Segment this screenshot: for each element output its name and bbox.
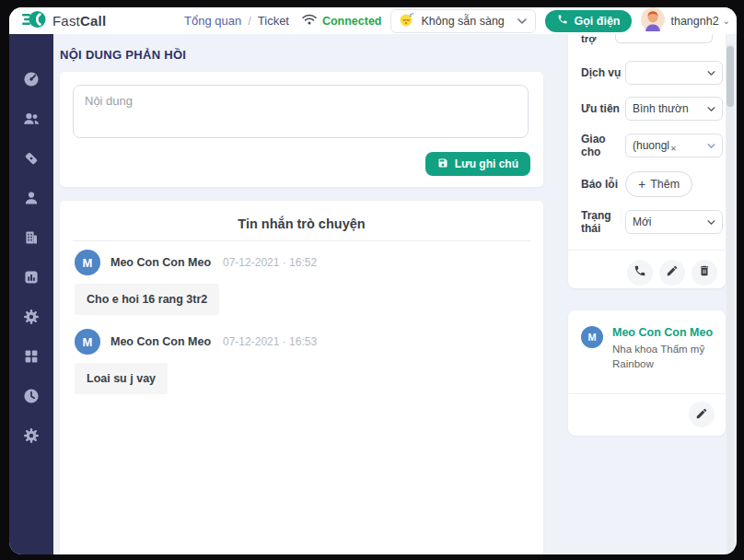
chevron-down-icon — [707, 71, 715, 76]
sidebar-item-history[interactable] — [23, 390, 40, 406]
add-error-button[interactable]: + Thêm — [625, 171, 692, 197]
form-row-priority: Ưu tiên Bình thườn — [581, 97, 713, 121]
chevron-down-icon — [707, 107, 715, 111]
form-row-assignee: Giao cho (huongl ✕ — [581, 133, 713, 159]
chevron-down-icon — [707, 220, 715, 225]
sidebar-item-settings[interactable] — [23, 310, 40, 327]
delete-icon — [698, 264, 711, 280]
report-icon — [23, 269, 40, 289]
call-contact-button[interactable] — [627, 260, 653, 286]
feedback-card: Lưu ghi chú — [60, 72, 543, 187]
breadcrumb-separator: / — [248, 14, 251, 28]
feedback-section-title: NỘI DUNG PHẢN HỒI — [60, 48, 186, 62]
sidebar-item-tickets[interactable] — [23, 152, 40, 169]
save-note-label: Lưu ghi chú — [455, 158, 518, 170]
chevron-down-icon — [707, 144, 715, 148]
chat-message: M Meo Con Con Meo 07-12-2021 · 16:52 Cho… — [60, 250, 543, 321]
sidebar-item-company[interactable] — [23, 231, 40, 248]
fastcall-logo-icon — [22, 9, 46, 33]
edit-ticket-button[interactable] — [659, 260, 685, 286]
fastcall-logo[interactable]: FastCall — [22, 7, 106, 34]
service-select[interactable] — [625, 61, 723, 85]
chevron-down-icon — [517, 18, 527, 24]
connection-status-label: Connected — [322, 15, 382, 28]
breadcrumb-parent[interactable]: Tổng quan — [184, 14, 241, 28]
contact-card-footer — [568, 393, 726, 435]
avatar: M — [75, 250, 100, 275]
field-label: Dịch vụ — [581, 66, 625, 79]
edit-icon — [666, 264, 679, 280]
breadcrumb-current: Ticket — [258, 14, 289, 28]
sidebar-item-customers[interactable] — [23, 192, 40, 208]
truncated-form-row: trợ — [581, 34, 713, 49]
contacts-icon — [23, 111, 40, 131]
agent-status-value: Không sẵn sàng — [421, 15, 504, 28]
edit-contact-button[interactable] — [689, 402, 715, 427]
field-label: Ưu tiên — [581, 102, 625, 115]
field-label: Giao cho — [581, 133, 625, 159]
avatar: M — [581, 326, 603, 348]
apps-icon — [23, 348, 40, 368]
call-button-label: Gọi điện — [574, 15, 620, 28]
chevron-down-icon: ⌄ — [723, 16, 730, 26]
company-icon — [23, 229, 40, 250]
save-note-button[interactable]: Lưu ghi chú — [425, 152, 530, 176]
user-menu[interactable]: thangnh2 ⌄ — [641, 7, 730, 35]
app-window: FastCall Tổng quan / Ticket Connected — [9, 7, 737, 554]
ticket-icon — [23, 150, 40, 170]
admin-settings-icon — [23, 427, 40, 448]
top-header: FastCall Tổng quan / Ticket Connected — [9, 7, 737, 34]
settings-icon — [23, 309, 40, 329]
clear-icon[interactable]: ✕ — [670, 145, 677, 153]
add-error-label: Thêm — [650, 178, 680, 191]
edit-icon — [695, 407, 708, 423]
chat-divider — [73, 240, 530, 241]
truncated-field-label: trợ — [581, 33, 596, 44]
left-sidebar — [9, 34, 53, 554]
sleeping-face-emoji: z z — [400, 12, 414, 29]
history-icon — [23, 388, 40, 408]
form-row-service: Dịch vụ — [581, 61, 713, 85]
status-select-field[interactable]: Mới — [625, 210, 723, 234]
header-right-controls: Connected z z Không sẵn sàng — [302, 7, 730, 34]
sidebar-item-contacts[interactable] — [23, 112, 40, 129]
person-icon — [23, 190, 40, 210]
message-timestamp: 07-12-2021 · 16:53 — [223, 335, 317, 348]
chat-card: Tin nhắn trò chuyện M Meo Con Con Meo 07… — [60, 201, 543, 554]
breadcrumb: Tổng quan / Ticket — [184, 7, 289, 34]
phone-icon — [634, 264, 646, 280]
user-name: thangnh2 — [670, 15, 718, 28]
priority-select[interactable]: Bình thườn — [625, 97, 723, 121]
phone-icon — [557, 14, 568, 28]
contact-organization: Nha khoa Thẩm mỹ Rainbow — [612, 343, 708, 371]
sidebar-item-apps[interactable] — [23, 350, 40, 367]
form-row-status: Trạng thái Mới — [581, 209, 713, 236]
ticket-actions-row — [568, 250, 726, 286]
message-sender: Meo Con Con Meo — [110, 256, 211, 269]
fastcall-logo-text: FastCall — [52, 13, 106, 29]
contact-name[interactable]: Meo Con Con Meo — [612, 326, 713, 339]
field-label: Trạng thái — [581, 209, 625, 236]
wifi-icon — [302, 14, 317, 28]
assignee-select[interactable]: (huongl ✕ — [625, 134, 723, 158]
connection-status: Connected — [302, 14, 382, 28]
contact-card: M Meo Con Con Meo Nha khoa Thẩm mỹ Rainb… — [568, 310, 726, 436]
message-timestamp: 07-12-2021 · 16:52 — [223, 256, 317, 269]
call-button[interactable]: Gọi điện — [545, 10, 632, 32]
note-input[interactable] — [73, 85, 529, 138]
sidebar-item-admin[interactable] — [23, 429, 40, 446]
agent-status-dropdown[interactable]: z z Không sẵn sàng — [390, 9, 536, 33]
plus-icon: + — [638, 178, 645, 191]
sidebar-item-reports[interactable] — [23, 271, 40, 287]
scrollbar-track[interactable] — [727, 44, 734, 554]
user-avatar — [641, 7, 665, 35]
scrollbar-thumb[interactable] — [727, 46, 734, 107]
field-label: Báo lỗi — [581, 178, 625, 191]
message-bubble: Cho e hoi 16 rang 3tr2 — [75, 284, 219, 315]
delete-ticket-button[interactable] — [692, 260, 717, 286]
save-icon — [437, 158, 448, 171]
sidebar-item-dashboard[interactable] — [23, 73, 40, 89]
form-row-error-report: Báo lỗi + Thêm — [581, 171, 713, 197]
message-bubble: Loai su j vay — [75, 363, 168, 394]
message-sender: Meo Con Con Meo — [110, 335, 211, 348]
